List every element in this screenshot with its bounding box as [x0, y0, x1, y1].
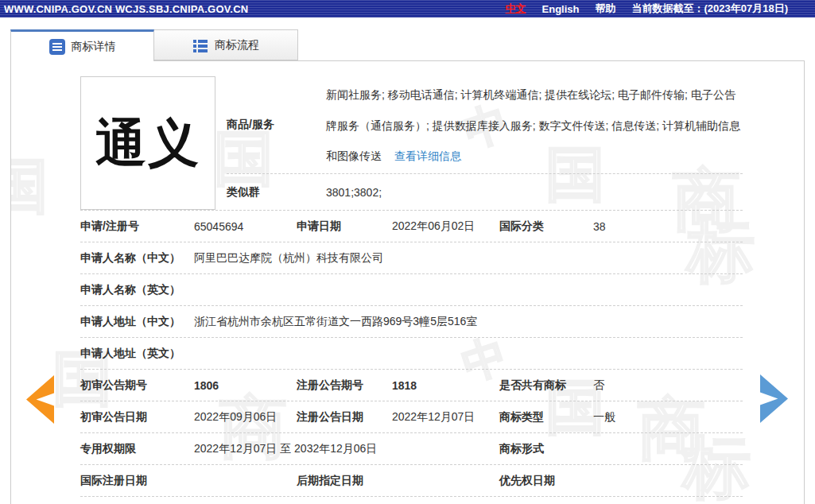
- field-value: 阿里巴巴达摩院（杭州）科技有限公司: [194, 251, 743, 266]
- help-link[interactable]: 帮助: [596, 2, 616, 16]
- field-label: 后期指定日期: [297, 474, 392, 488]
- field-label: 申请/注册号: [80, 219, 194, 234]
- tab-label: 商标流程: [215, 38, 259, 52]
- trademark-image-text: 通义: [95, 109, 200, 178]
- field-value: 2022年12月07日 至 2032年12月06日: [194, 442, 392, 456]
- goods-section: 通义 商品/服务 新闻社服务; 移动电话通信; 计算机终端通信; 提供在线论坛;…: [80, 76, 743, 211]
- field-label: 申请人地址（中文）: [80, 315, 194, 329]
- list-bullets-icon: [192, 37, 208, 53]
- goods-line: 和图像传送: [326, 141, 382, 172]
- field-value: 38: [593, 220, 743, 233]
- field-label: 注册公告期号: [297, 378, 392, 393]
- goods-services-label: 商品/服务: [227, 118, 326, 132]
- table-row-validity: 专用权期限 2022年12月07日 至 2032年12月06日 商标形式: [80, 433, 743, 465]
- field-value: 1806: [194, 379, 297, 392]
- field-label: 初审公告期号: [80, 378, 194, 393]
- tab-bar: 商标详情 商标流程: [10, 29, 298, 60]
- field-label: 申请人名称（英文）: [80, 283, 194, 297]
- field-value: 浙江省杭州市余杭区五常街道文一西路969号3幢5层516室: [194, 315, 743, 329]
- data-cutoff-text: 当前数据截至：(2023年07月18日): [632, 2, 789, 16]
- site-urls: WWW.CNIPA.GOV.CN WCJS.SBJ.CNIPA.GOV.CN: [0, 3, 248, 15]
- table-row-registration: 申请/注册号 65045694 申请日期 2022年06月02日 国际分类 38: [80, 211, 743, 242]
- table-row-applicant-cn: 申请人名称（中文） 阿里巴巴达摩院（杭州）科技有限公司: [80, 242, 743, 274]
- lang-english-link[interactable]: English: [542, 3, 580, 15]
- goods-line: 牌服务（通信服务）; 提供数据库接入服务; 数字文件传送; 信息传送; 计算机辅…: [326, 110, 743, 142]
- field-label: 商标形式: [499, 442, 593, 456]
- goods-services-row: 商品/服务 新闻社服务; 移动电话通信; 计算机终端通信; 提供在线论坛; 电子…: [227, 76, 743, 174]
- tab-trademark-process[interactable]: 商标流程: [154, 29, 298, 60]
- document-lines-icon: [49, 39, 65, 55]
- table-row-applicant-en: 申请人名称（英文）: [80, 274, 743, 306]
- field-label: 申请人名称（中文）: [80, 251, 194, 266]
- tab-label: 商标详情: [72, 40, 116, 54]
- table-row-gazette-date: 初审公告日期 2022年09月06日 注册公告日期 2022年12月07日 商标…: [80, 401, 743, 433]
- field-label: 初审公告日期: [80, 410, 194, 425]
- table-row-address-cn: 申请人地址（中文） 浙江省杭州市余杭区五常街道文一西路969号3幢5层516室: [80, 306, 743, 338]
- table-row-gazette-no: 初审公告期号 1806 注册公告期号 1818 是否共有商标 否: [80, 370, 743, 401]
- goods-services-value: 新闻社服务; 移动电话通信; 计算机终端通信; 提供在线论坛; 电子邮件传输; …: [326, 78, 743, 172]
- field-label: 注册公告日期: [297, 410, 392, 425]
- field-value: 65045694: [194, 220, 297, 233]
- field-value: 2022年06月02日: [392, 219, 499, 234]
- trademark-detail-panel: 中 国 商 标 国 国 中 国 商 标 商 国 通义 商品/服务 新闻社服务; …: [10, 60, 805, 504]
- table-row-address-en: 申请人地址（英文）: [80, 338, 743, 370]
- trademark-detail-table: 通义 商品/服务 新闻社服务; 移动电话通信; 计算机终端通信; 提供在线论坛;…: [80, 76, 743, 497]
- trademark-image: 通义: [80, 76, 215, 210]
- field-label: 国际注册日期: [80, 474, 194, 488]
- goods-line: 新闻社服务; 移动电话通信; 计算机终端通信; 提供在线论坛; 电子邮件传输; …: [326, 79, 743, 110]
- field-value: 2022年09月06日: [194, 410, 297, 425]
- similar-group-value: 3801;3802;: [326, 186, 382, 199]
- field-label: 商标类型: [499, 410, 593, 425]
- field-label: 申请人地址（英文）: [80, 347, 194, 361]
- field-label: 申请日期: [297, 219, 392, 234]
- field-value: 否: [593, 378, 743, 393]
- topbar: WWW.CNIPA.GOV.CN WCJS.SBJ.CNIPA.GOV.CN 中…: [0, 0, 815, 17]
- table-row-intl-dates: 国际注册日期 后期指定日期 优先权日期: [80, 465, 743, 497]
- field-label: 是否共有商标: [499, 378, 593, 393]
- topbar-links: 中文 English 帮助 当前数据截至：(2023年07月18日): [506, 2, 815, 16]
- tab-trademark-details[interactable]: 商标详情: [10, 29, 154, 61]
- field-label: 优先权日期: [499, 474, 593, 488]
- similar-group-label: 类似群: [227, 185, 326, 200]
- lang-chinese-link[interactable]: 中文: [506, 2, 526, 16]
- field-value: 一般: [593, 410, 743, 425]
- similar-group-row: 类似群 3801;3802;: [227, 174, 743, 210]
- field-label: 国际分类: [499, 219, 593, 234]
- view-details-link[interactable]: 查看详细信息: [394, 141, 461, 172]
- field-label: 专用权期限: [80, 442, 194, 456]
- field-value: 1818: [392, 379, 499, 392]
- field-value: 2022年12月07日: [392, 410, 499, 425]
